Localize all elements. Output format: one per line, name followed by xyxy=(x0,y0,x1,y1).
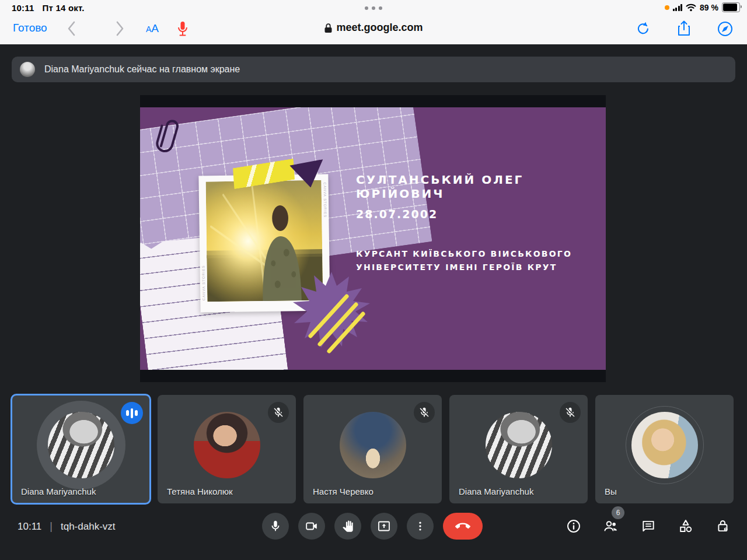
avatar-tetyana xyxy=(194,412,260,478)
battery-percent: 89 % xyxy=(700,3,718,12)
multitask-dots-icon xyxy=(365,6,382,10)
speaking-indicator-icon xyxy=(121,402,143,424)
browser-chrome: 10:11Пт 14 окт. 89 % Готово АААА xyxy=(0,0,747,44)
participant-name: Diana Mariyanchuk xyxy=(21,487,96,496)
notification-text: Diana Mariyanchuk сейчас на главном экра… xyxy=(44,64,240,75)
slide-body-line2: УНІВЕРСИТЕТУ ІМЕНІ ГЕРОЇВ КРУТ xyxy=(356,261,589,274)
participant-count-badge: 6 xyxy=(612,506,624,519)
cellular-signal-icon xyxy=(673,4,683,11)
url-text: meet.google.com xyxy=(336,22,423,34)
presenter-notification-banner[interactable]: Diana Mariyanchuk сейчас на главном экра… xyxy=(12,57,735,82)
camera-button[interactable] xyxy=(298,513,325,540)
participant-tile-tetyana[interactable]: Тетяна Николюк xyxy=(158,395,296,503)
more-options-button[interactable] xyxy=(407,513,434,540)
hang-up-button[interactable] xyxy=(443,513,483,540)
info-button[interactable] xyxy=(565,513,582,540)
participant-name: Diana Mariyanchuk xyxy=(459,487,533,496)
canva-watermark: CANVA STORIES xyxy=(202,265,206,301)
slide-body: КУРСАНТ КИЇВСЬКОГО ВІИСЬКОВОГО УНІВЕРСИТ… xyxy=(356,247,589,274)
meet-page: Diana Mariyanchuk сейчас на главном экра… xyxy=(0,44,747,560)
raise-hand-button[interactable] xyxy=(334,513,361,540)
status-time: 10:11 xyxy=(12,3,34,13)
activities-button[interactable] xyxy=(677,513,694,540)
participant-tile-nastya[interactable]: Настя Черевко xyxy=(303,395,442,503)
chat-button[interactable] xyxy=(640,513,657,540)
done-button[interactable]: Готово xyxy=(13,22,47,34)
participant-tile-you[interactable]: Вы xyxy=(595,395,734,503)
meeting-code: tqh-dahk-vzt xyxy=(61,521,116,533)
mic-active-dot-icon xyxy=(665,5,669,10)
mic-button[interactable] xyxy=(262,513,289,540)
reader-button[interactable]: АААА xyxy=(146,22,159,35)
meeting-time: 10:11 xyxy=(18,521,41,533)
mic-muted-icon xyxy=(268,402,289,423)
present-screen-button[interactable] xyxy=(371,513,397,540)
participant-name: Тетяна Николюк xyxy=(167,487,232,496)
shared-screen-stage: CANVA STORIES CANVA STORIES СУЛТАНСЬКИЙ … xyxy=(140,95,606,382)
participant-tile-diana-1[interactable]: Diana Mariyanchuk xyxy=(12,395,150,503)
people-button[interactable]: 6 xyxy=(602,513,620,540)
tabs-compass-icon[interactable] xyxy=(717,20,733,37)
safari-toolbar: Готово АААА meet.google.com xyxy=(0,16,747,44)
participant-tile-diana-2[interactable]: Diana Mariyanchuk xyxy=(449,395,588,503)
avatar-you xyxy=(631,412,698,478)
slide-title: СУЛТАНСЬКИЙ ОЛЕГ ЮРІЙОВИЧ xyxy=(356,173,589,201)
https-lock-icon xyxy=(324,23,332,33)
avatar-diana xyxy=(48,412,114,478)
avatar-diana xyxy=(486,412,552,478)
address-bar[interactable]: meet.google.com xyxy=(324,22,423,34)
participant-filmstrip: Diana Mariyanchuk Тетяна Николюк Настя Ч… xyxy=(12,395,735,503)
status-date: Пт 14 окт. xyxy=(43,3,85,13)
back-button-icon[interactable] xyxy=(65,20,79,37)
forward-button-icon[interactable] xyxy=(112,20,126,37)
participant-name: Вы xyxy=(605,487,617,496)
avatar-nastya xyxy=(340,412,406,478)
starburst-decoration xyxy=(293,272,370,355)
mic-muted-icon xyxy=(414,402,435,423)
slide-date: 28.07.2002 xyxy=(356,208,589,220)
meta-divider: | xyxy=(50,520,53,533)
notification-avatar xyxy=(20,62,35,77)
participant-name: Настя Черевко xyxy=(313,487,374,496)
host-controls-button[interactable] xyxy=(714,513,732,540)
battery-icon xyxy=(722,2,740,12)
meet-control-bar: 10:11 | tqh-dahk-vzt xyxy=(0,505,747,560)
presentation-slide: CANVA STORIES CANVA STORIES СУЛТАНСЬКИЙ … xyxy=(140,107,606,370)
slide-body-line1: КУРСАНТ КИЇВСЬКОГО ВІИСЬКОВОГО xyxy=(356,247,589,261)
status-time-date: 10:11Пт 14 окт. xyxy=(12,3,93,13)
wifi-icon xyxy=(686,4,696,12)
canva-watermark: CANVA STORIES xyxy=(323,183,327,218)
ios-status-bar: 10:11Пт 14 окт. 89 % xyxy=(0,0,747,16)
share-button[interactable] xyxy=(676,20,692,37)
dictation-mic-icon[interactable] xyxy=(176,20,189,38)
reload-button[interactable] xyxy=(635,20,651,37)
mic-muted-icon xyxy=(560,402,581,423)
slide-text-block: СУЛТАНСЬКИЙ ОЛЕГ ЮРІЙОВИЧ 28.07.2002 КУР… xyxy=(356,173,589,274)
meeting-meta: 10:11 | tqh-dahk-vzt xyxy=(18,520,116,533)
